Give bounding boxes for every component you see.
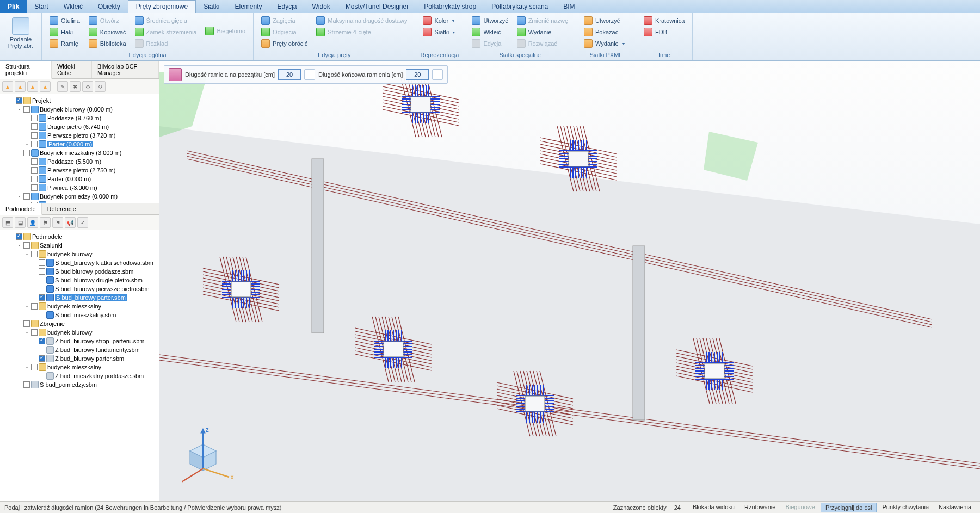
tab-edycja[interactable]: Edycja bbox=[270, 0, 305, 13]
ribbon-pr-ty-obr-ci--button[interactable]: Pręty obrócić bbox=[258, 38, 311, 49]
panel-tab-widoki-cube[interactable]: Widoki Cube bbox=[52, 61, 92, 78]
checkbox[interactable] bbox=[23, 150, 30, 156]
tree-item[interactable]: Z bud_biurowy strop_parteru.sbm bbox=[1, 337, 158, 345]
checkbox[interactable] bbox=[39, 347, 45, 353]
ribbon-kratownica-button[interactable]: Kratownica bbox=[640, 15, 688, 26]
up3-button[interactable] bbox=[40, 81, 51, 92]
tool5-button[interactable]: ⚑ bbox=[52, 217, 63, 228]
submodel-tree[interactable]: -Podmodele-Szalunki-budynek biurowyS bud… bbox=[0, 230, 159, 501]
checkbox[interactable] bbox=[31, 329, 38, 336]
toggle-icon[interactable]: - bbox=[24, 251, 30, 257]
checkbox[interactable] bbox=[23, 381, 30, 388]
toggle-icon[interactable]: - bbox=[16, 243, 22, 248]
tree-item[interactable]: -Zbrojenie bbox=[1, 319, 158, 328]
tree-item[interactable]: S bud_pomiedzy.sbm bbox=[1, 380, 158, 389]
checkbox[interactable] bbox=[31, 303, 38, 310]
arm-start-input[interactable] bbox=[278, 69, 301, 80]
tree-item[interactable]: -Parter (0.000 m) bbox=[1, 140, 158, 149]
ribbon-pxml-wydanie-button[interactable]: Wydanie▾ bbox=[581, 38, 628, 49]
tree-item[interactable]: Z bud_biurowy parter.sbm bbox=[1, 354, 158, 363]
toggle-icon[interactable]: - bbox=[24, 330, 30, 335]
checkbox[interactable] bbox=[16, 97, 22, 104]
tree-item[interactable]: Z bud_biurowy fundamenty.sbm bbox=[1, 345, 158, 354]
tree-item[interactable]: -Podmodele bbox=[1, 232, 158, 241]
tab-siatki[interactable]: Siatki bbox=[196, 0, 227, 13]
toggle-icon[interactable]: - bbox=[9, 234, 15, 239]
checkbox[interactable] bbox=[31, 123, 38, 130]
toggle-icon[interactable]: - bbox=[24, 141, 30, 147]
tree-item[interactable]: -budynek mieszkalny bbox=[1, 302, 158, 311]
status-biegunowe[interactable]: Biegunowe bbox=[781, 503, 819, 512]
tree-item[interactable]: -Budynek biurowy (0.000 m) bbox=[1, 105, 158, 114]
checkbox[interactable] bbox=[31, 141, 38, 147]
delete-button[interactable]: ✖ bbox=[70, 81, 81, 92]
podanie-prety-button[interactable]: Podanie Pręty zbr. bbox=[4, 15, 37, 51]
checkbox[interactable] bbox=[31, 364, 38, 370]
tab-start[interactable]: Start bbox=[27, 0, 56, 13]
tree-item[interactable]: -budynek mieszkalny bbox=[1, 363, 158, 372]
checkbox[interactable] bbox=[31, 158, 38, 165]
up-button[interactable] bbox=[15, 81, 26, 92]
status-nastawienia[interactable]: Nastawienia bbox=[934, 503, 976, 512]
tree-item[interactable]: -Budynek mieszkalny (3.000 m) bbox=[1, 149, 158, 157]
checkbox[interactable] bbox=[16, 233, 22, 240]
tab-pr-ty-zbrojeniowe[interactable]: Pręty zbrojeniowe bbox=[128, 0, 196, 13]
subpanel-tab-podmodele[interactable]: Podmodele bbox=[0, 203, 42, 215]
project-tree[interactable]: -Projekt-Budynek biurowy (0.000 m)Poddas… bbox=[0, 94, 159, 203]
status-blokada-widoku[interactable]: Blokada widoku bbox=[688, 503, 739, 512]
checkbox[interactable] bbox=[31, 132, 38, 139]
status-przyci-gnij-do-osi[interactable]: Przyciągnij do osi bbox=[821, 503, 877, 512]
tree-item[interactable]: S bud_biurowy parter.sbm bbox=[1, 293, 158, 302]
checkbox[interactable] bbox=[31, 251, 38, 257]
tree-item[interactable]: Pierwsze pietro (3.720 m) bbox=[1, 131, 158, 140]
tab-bim[interactable]: BIM bbox=[556, 0, 582, 13]
checkbox[interactable] bbox=[39, 312, 45, 318]
tool1-button[interactable]: ⬒ bbox=[2, 217, 13, 228]
ribbon-biblioteka-button[interactable]: Biblioteka bbox=[85, 38, 130, 49]
arm-end-input[interactable] bbox=[406, 69, 429, 80]
edit-button[interactable]: ✎ bbox=[57, 81, 68, 92]
checkbox[interactable] bbox=[31, 176, 38, 182]
tree-item[interactable]: S bud_mieszkalny.sbm bbox=[1, 311, 158, 319]
ribbon-kolor-button[interactable]: Kolor▾ bbox=[420, 15, 458, 26]
tab-p-fabrykaty-strop[interactable]: Półfabrykaty strop bbox=[416, 0, 484, 13]
status-punkty-chwytania[interactable]: Punkty chwytania bbox=[878, 503, 933, 512]
up2-button[interactable] bbox=[27, 81, 38, 92]
view-cube[interactable]: z x bbox=[170, 422, 236, 487]
tab-wklei-[interactable]: Wkleić bbox=[56, 0, 90, 13]
toggle-icon[interactable]: - bbox=[24, 304, 30, 309]
checkbox[interactable] bbox=[39, 373, 45, 379]
checkbox[interactable] bbox=[23, 320, 30, 327]
tree-item[interactable]: -budynek biurowy bbox=[1, 250, 158, 258]
panel-tab-struktura-projektu[interactable]: Struktura projektu bbox=[0, 61, 52, 79]
ribbon-haki-button[interactable]: Haki bbox=[46, 27, 83, 38]
tab-p-fabrykaty-ciana[interactable]: Półfabrykaty ściana bbox=[484, 0, 556, 13]
toggle-icon[interactable]: - bbox=[16, 107, 22, 112]
refresh-button[interactable]: ↻ bbox=[95, 81, 106, 92]
checkbox[interactable] bbox=[23, 242, 30, 249]
tree-item[interactable]: Poddasze (5.500 m) bbox=[1, 157, 158, 166]
tree-item[interactable]: Parter (0.000 m) bbox=[1, 175, 158, 183]
ribbon-utworzy--button[interactable]: Utworzyć bbox=[469, 15, 511, 26]
checkbox[interactable] bbox=[23, 106, 30, 113]
checkbox[interactable] bbox=[39, 277, 45, 283]
checkbox[interactable] bbox=[39, 294, 45, 301]
checkbox[interactable] bbox=[23, 193, 30, 200]
tool4-button[interactable]: ⚑ bbox=[40, 217, 51, 228]
tree-item[interactable]: S bud_biurowy pierwsze pietro.sbm bbox=[1, 285, 158, 293]
ribbon-wklei--button[interactable]: Wkleić bbox=[469, 27, 511, 38]
toggle-icon[interactable]: - bbox=[9, 98, 15, 103]
tool2-button[interactable]: ⬓ bbox=[15, 217, 26, 228]
tree-item[interactable]: -Budynek pomiedzy (0.000 m) bbox=[1, 192, 158, 201]
arm-link-icon[interactable] bbox=[304, 69, 315, 80]
tool6-button[interactable]: 📢 bbox=[65, 217, 76, 228]
toggle-icon[interactable]: - bbox=[16, 194, 22, 199]
viewport-3d[interactable]: Długość ramieia na początku [cm] Długość… bbox=[159, 61, 980, 501]
checkbox[interactable] bbox=[31, 184, 38, 191]
tab-mosty-tunel-designer[interactable]: Mosty/Tunel Designer bbox=[338, 0, 416, 13]
collapse-button[interactable] bbox=[2, 81, 13, 92]
status-rzutowanie[interactable]: Rzutowanie bbox=[740, 503, 780, 512]
tree-item[interactable]: Z bud_mieszkalny poddasze.sbm bbox=[1, 372, 158, 380]
tree-item[interactable]: Piwnica (-3.000 m) bbox=[1, 183, 158, 192]
tree-item[interactable]: Pierwsze pietro (2.750 m) bbox=[1, 166, 158, 175]
